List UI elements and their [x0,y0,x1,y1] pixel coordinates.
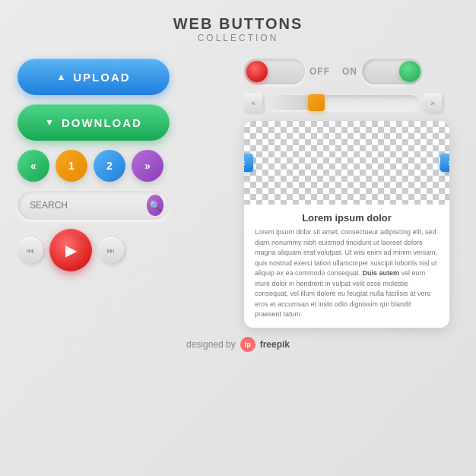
search-input[interactable] [30,200,144,211]
toggle-off-container: OFF [244,59,330,84]
slider-thumb[interactable] [308,94,325,111]
content-grid: UPLOAD DOWNLOAD « 1 2 » [17,59,459,328]
toggle-on-switch[interactable] [362,59,423,84]
card-text: Lorem ipsum dolor sit amet, consectueur … [255,227,439,320]
slider-left-button[interactable]: « [244,94,262,112]
upload-button[interactable]: UPLOAD [17,59,170,95]
page-title: WEB BUTTONS [173,15,303,33]
slider-fill [267,95,313,110]
double-right-icon: » [144,160,151,172]
next-double-button[interactable]: » [132,150,163,182]
slider-left-icon: « [251,99,255,107]
slider-right-button[interactable]: » [424,94,442,112]
download-button[interactable]: DOWNLOAD [17,104,170,141]
media-next-button[interactable]: ⏭ [98,237,124,263]
slider-track[interactable] [267,95,419,110]
toggle-on-container: ON [342,59,423,84]
page-2-label: 2 [106,160,113,172]
toggle-on-label: ON [342,66,357,77]
card-image: ‹ › [244,121,449,205]
card-title: Lorem ipsum dolor [255,212,439,224]
search-icon: 🔍 [149,200,161,211]
search-bar: 🔍 [17,191,170,220]
prev-double-button[interactable]: « [17,150,49,182]
search-button[interactable]: 🔍 [147,195,163,216]
next-icon: ⏭ [107,246,115,255]
page-1-button[interactable]: 1 [56,150,87,182]
card-prev-button[interactable]: ‹ [244,154,253,172]
toggle-row: OFF ON [244,59,459,84]
left-column: UPLOAD DOWNLOAD « 1 2 » [17,59,232,328]
freepik-logo: fp [240,337,255,352]
brand-name: freepik [260,339,290,350]
media-prev-button[interactable]: ⏮ [17,237,43,263]
toggle-off-circle [246,61,268,82]
pagination-row: « 1 2 » [17,150,163,182]
toggle-off-label: OFF [309,66,330,77]
media-player: ⏮ ▶ ⏭ [17,229,124,271]
page-subtitle: COLLECTION [173,33,303,43]
designed-by-text: designed by [186,339,236,350]
toggle-on-circle [399,61,420,82]
play-icon: ▶ [65,241,77,259]
page-header: WEB BUTTONS COLLECTION [173,15,303,43]
image-card: ‹ › Lorem ipsum dolor Lorem ipsum dolor … [244,121,449,328]
footer: designed by fp freepik [186,337,290,352]
media-play-button[interactable]: ▶ [49,229,92,271]
slider-container: « » [244,94,459,112]
page-1-label: 1 [68,160,75,172]
prev-icon: ⏮ [27,246,34,255]
toggle-off-switch[interactable] [244,59,305,84]
page-2-button[interactable]: 2 [94,150,125,182]
double-left-icon: « [30,160,36,172]
card-next-button[interactable]: › [440,154,449,172]
slider-right-icon: » [430,99,435,107]
card-body: Lorem ipsum dolor Lorem ipsum dolor sit … [244,205,449,328]
right-column: OFF ON « » [244,59,459,328]
